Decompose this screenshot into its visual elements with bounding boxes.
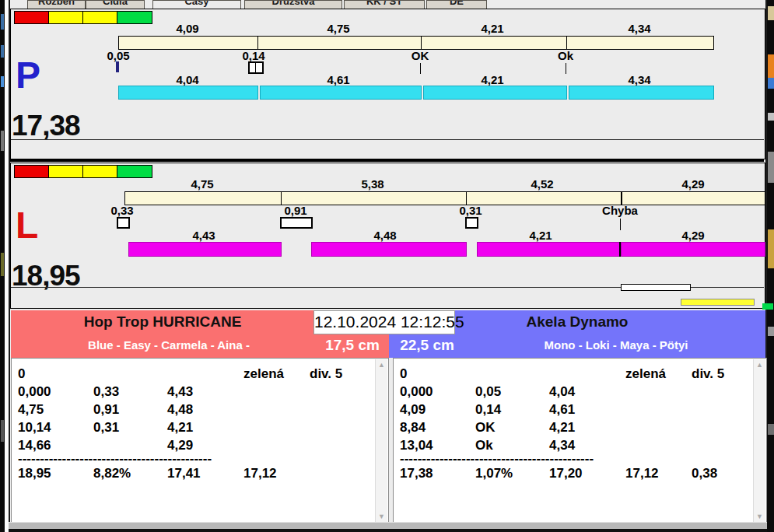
tab-kk-st[interactable]: KK / ST [344,0,425,9]
list-cell [625,401,692,418]
signal-red-light [14,165,50,178]
list-cell [692,401,749,418]
desktop-fragment [768,424,774,435]
list-row: 4,090,144,61 [400,401,749,418]
desktop-fragment [1,420,4,442]
panel-separator [10,159,764,162]
marker-divider [255,63,256,72]
list-cell: 0 [18,365,93,383]
list-cell: 4,34 [549,436,625,454]
list-cell [93,436,167,454]
list-rows: 0zelenádiv. 50,0000,334,434,750,914,4810… [18,365,371,454]
list-cell: 4,21 [549,418,625,436]
split-label: 4,43 [192,229,215,242]
list-separator: ----------------------------------------… [18,453,251,464]
list-totals-row: 17,38 1,07% 17,20 17,12 0,38 [400,464,749,482]
tab-label: Časy [153,0,240,7]
scroll-up-icon[interactable]: ▲ [376,359,387,370]
list-row: 10,140,314,21 [18,418,371,436]
fault-box-marker [117,217,130,229]
lane-l-dog-bar [621,242,765,257]
error-tick-marker [620,219,621,230]
scroll-down-icon[interactable]: ▼ [376,511,387,522]
fault-box-marker [280,217,313,229]
mark-label: OK [412,49,429,62]
tab-casy[interactable]: Časy [152,0,241,9]
list-cell: 4,43 [167,383,243,401]
tab-rozbeh[interactable]: Rozběh [27,0,86,9]
total-time: 18,95 [18,464,93,482]
list-cell: 4,29 [167,436,243,454]
signal-green-light [117,165,152,178]
mark-label: 0,91 [284,204,306,217]
scrollbar[interactable]: ▲ ▼ [375,359,387,522]
desktop-fragment [768,152,774,183]
list-totals-row: 18,95 8,82% 17,41 17,12 [18,464,371,482]
split-label: 4,61 [327,73,349,86]
list-cell [549,365,625,383]
signal-yellow-light [82,165,118,178]
bar-divider [619,242,621,257]
team-left-dogs: Blue - Easy - Carmela - Aina - [11,336,327,355]
list-cell: 4,48 [167,401,243,418]
list-cell: Ok [475,436,549,454]
list-cell [625,383,692,401]
lane-l-letter: L [16,207,38,244]
start-tick-marker [116,61,119,72]
list-cell [243,418,310,436]
white-indicator-bar [621,284,691,291]
split-label: 4,09 [176,22,198,35]
lane-p-dog-bar [118,86,258,100]
tab-cidla[interactable]: Čidla [86,0,145,9]
scroll-up-icon[interactable]: ▲ [754,359,765,370]
results-list-left[interactable]: 0zelenádiv. 50,0000,334,434,750,914,4810… [11,358,389,523]
yellow-indicator-bar [681,299,755,306]
list-row: 13,04Ok4,34 [400,436,749,454]
ok-tick-marker [420,63,421,74]
signal-yellow-light [48,165,84,178]
bar-divider [421,37,422,49]
split-label: 4,75 [191,177,213,191]
list-cell [692,436,749,454]
desktop-edge-right [767,0,774,532]
tab-de[interactable]: DE [426,0,487,9]
tab-druzstva[interactable]: Družstva [244,0,342,9]
desktop-edge-left [0,0,9,532]
list-cell [167,365,243,383]
list-cell: div. 5 [310,365,371,383]
list-cell: 4,21 [167,418,243,436]
list-cell: 4,04 [549,383,625,401]
split-label: 4,52 [531,177,553,191]
split-label: 4,21 [481,22,503,35]
list-cell: 0,31 [93,418,167,436]
bar-divider [281,192,282,205]
split-label: 4,21 [529,229,552,242]
signal-yellow-light [48,11,84,24]
list-cell [475,365,549,383]
lane-p-letter: P [16,57,40,94]
lane-p-dog-bar [423,86,567,100]
list-cell: 14,66 [18,436,93,454]
desktop-fragment [768,6,774,20]
list-cell: 4,09 [400,401,475,418]
list-cell: 13,04 [400,436,475,454]
results-list-right[interactable]: 0zelenádiv. 50,0000,054,044,090,144,618,… [393,358,767,523]
tab-label: KK / ST [345,0,424,7]
scroll-down-icon[interactable]: ▼ [754,511,765,522]
split-label: 4,21 [481,73,503,86]
tab-label: DE [427,0,486,7]
list-row: 0zelenádiv. 5 [400,365,749,383]
tab-label: Čidla [86,0,144,7]
scrollbar[interactable]: ▲ ▼ [753,359,765,522]
bar-divider [257,37,258,49]
desktop-fragment [768,78,774,89]
list-cell: 10,14 [18,418,93,436]
list-row: 8,84OK4,21 [400,418,749,436]
list-cell [243,401,310,418]
list-cell [310,383,371,401]
list-cell: 0 [400,365,475,383]
total-ref: 17,12 [243,464,310,482]
signal-yellow-light [82,11,118,24]
list-cell [310,401,371,418]
total-net: 17,41 [167,464,243,482]
